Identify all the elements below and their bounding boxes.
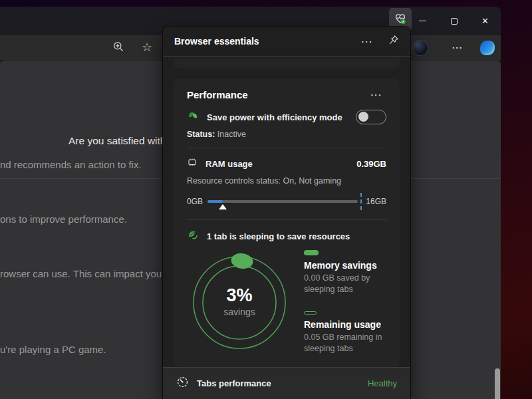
legend-remaining-usage: Remaining usage 0.05 GB remaining in sle… <box>304 311 386 354</box>
memory-savings-swatch <box>304 250 319 255</box>
copilot-button[interactable] <box>480 41 495 55</box>
resource-controls-status: Resource controls status: On, Not gaming <box>187 176 386 186</box>
pin-button[interactable] <box>386 34 401 49</box>
tabs-performance-label: Tabs performance <box>197 378 360 388</box>
ram-chip-icon <box>187 157 198 170</box>
browser-essentials-flyout: Browser essentials ··· Performance ··· <box>163 27 410 399</box>
memory-savings-title: Memory savings <box>304 260 386 271</box>
legend-memory-savings: Memory savings 0.00 GB saved by sleeping… <box>304 250 386 295</box>
flyout-content: Performance ··· Save power with efficien… <box>163 59 410 367</box>
ram-usage-slider: 0GB 16GB <box>187 192 386 211</box>
minimize-icon <box>419 21 426 22</box>
page-text-line: nd recommends an action to fix. <box>0 159 142 170</box>
tabs-performance-row[interactable]: Tabs performance Healthy <box>163 367 410 399</box>
card-divider <box>187 219 386 220</box>
previous-card-bottom <box>174 59 400 68</box>
slider-thumb-icon[interactable] <box>219 204 227 209</box>
efficiency-status: Status: Inactive <box>187 130 386 139</box>
minimize-button[interactable] <box>407 7 438 35</box>
efficiency-mode-toggle[interactable] <box>356 110 386 124</box>
savings-percent: 3% <box>226 285 252 306</box>
page-text-line: rowser can use. This can impact your bro <box>0 268 182 279</box>
zoom-button[interactable] <box>112 41 125 55</box>
remaining-usage-desc: 0.05 GB remaining in sleeping tabs <box>304 332 386 354</box>
flyout-header: Browser essentials ··· <box>163 27 410 56</box>
savings-chart: 3% savings Memory savings 0.00 GB saved … <box>187 249 386 354</box>
ram-usage-value: 0.39GB <box>356 159 386 169</box>
flyout-title: Browser essentials <box>174 36 348 47</box>
range-max-label: 16GB <box>366 197 386 206</box>
star-icon: ☆ <box>142 40 152 55</box>
slider-max-marker <box>360 193 362 210</box>
sleeping-tabs-label: 1 tab is sleeping to save resources <box>207 231 350 241</box>
ellipsis-icon: ··· <box>371 90 383 100</box>
efficiency-leaf-icon <box>187 110 199 124</box>
profile-avatar[interactable] <box>412 40 428 56</box>
performance-more-button[interactable]: ··· <box>367 88 387 101</box>
remaining-usage-swatch <box>304 311 317 315</box>
zoom-in-icon <box>112 41 124 55</box>
tabs-performance-status: Healthy <box>368 378 397 388</box>
savings-caption: savings <box>223 307 255 317</box>
status-label: Status: <box>187 130 215 139</box>
close-button[interactable]: ✕ <box>469 7 501 35</box>
sleeping-leaf-icon <box>187 229 199 243</box>
pin-icon <box>388 35 399 48</box>
page-text-line: u're playing a PC game. <box>0 344 106 355</box>
slider-fill <box>207 200 223 203</box>
performance-title: Performance <box>187 89 367 100</box>
gauge-icon <box>176 376 189 391</box>
page-text-line: ons to improve performance. <box>0 213 127 225</box>
savings-donut: 3% savings <box>187 249 292 354</box>
close-icon: ✕ <box>481 17 489 25</box>
window-controls: ✕ <box>407 7 501 35</box>
card-divider <box>187 148 386 148</box>
memory-savings-desc: 0.00 GB saved by sleeping tabs <box>304 273 386 295</box>
slider-track[interactable] <box>207 200 358 203</box>
efficiency-mode-label: Save power with efficiency mode <box>207 112 348 122</box>
ram-usage-label: RAM usage <box>205 159 348 169</box>
chart-legend: Memory savings 0.00 GB saved by sleeping… <box>292 249 386 354</box>
heart-pulse-icon <box>394 12 407 28</box>
desktop: { "icons": { "close_glyph": "✕", "star_g… <box>0 0 532 399</box>
maximize-icon <box>451 18 458 25</box>
status-value: Inactive <box>217 130 246 139</box>
ellipsis-icon: ··· <box>452 43 463 53</box>
favorites-button[interactable]: ☆ <box>140 39 154 55</box>
performance-card: Performance ··· Save power with efficien… <box>174 78 400 367</box>
ellipsis-icon: ··· <box>362 37 374 47</box>
maximize-button[interactable] <box>438 7 469 35</box>
flyout-more-button[interactable]: ··· <box>358 35 378 48</box>
toggle-knob <box>358 112 368 122</box>
flyout-header-divider <box>163 56 410 57</box>
settings-more-button[interactable]: ··· <box>448 41 467 54</box>
range-min-label: 0GB <box>187 197 203 206</box>
remaining-usage-title: Remaining usage <box>304 319 386 330</box>
page-scrollbar-thumb[interactable] <box>495 368 500 399</box>
